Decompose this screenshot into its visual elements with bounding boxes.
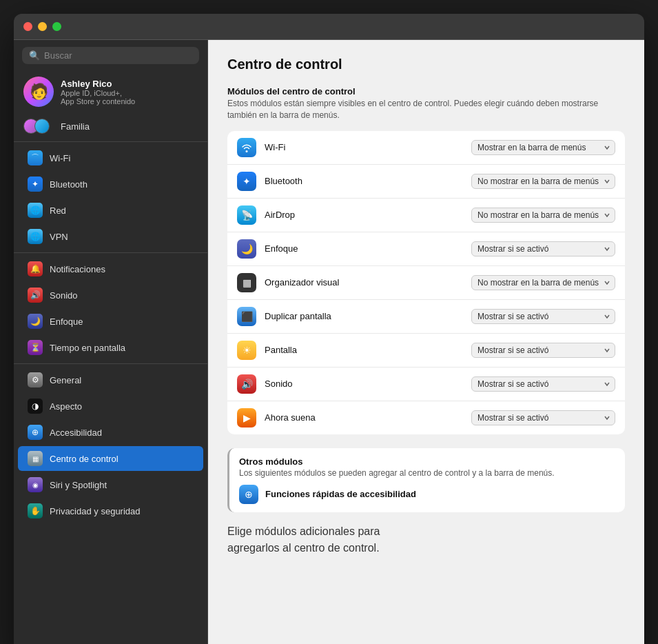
user-profile[interactable]: 🧑 Ashley Rico Apple ID, iCloud+,App Stor…	[14, 70, 207, 114]
divider-2	[14, 252, 207, 253]
search-input[interactable]	[44, 50, 192, 61]
sidebar-item-label-siri: Siri y Spotlight	[50, 480, 107, 490]
familia-label: Familia	[61, 121, 90, 132]
red-icon: 🌐	[28, 203, 43, 218]
sidebar-item-wifi[interactable]: ⌒ Wi-Fi	[18, 145, 203, 170]
module-select-playing[interactable]: Mostrar en la barra de menús No mostrar …	[471, 410, 615, 425]
sidebar-item-label-wifi: Wi-Fi	[50, 153, 70, 163]
sidebar-item-sonido[interactable]: 🔊 Sonido	[18, 283, 203, 308]
module-icon-enfoque: 🌙	[237, 239, 256, 259]
module-select-sonido[interactable]: Mostrar en la barra de menús No mostrar …	[471, 376, 615, 392]
module-select-pantalla[interactable]: Mostrar en la barra de menús No mostrar …	[471, 343, 615, 358]
module-icon-wifi	[237, 138, 256, 157]
sonido-icon: 🔊	[28, 288, 43, 303]
bluetooth-icon: ✦	[28, 177, 43, 192]
sidebar-item-vpn[interactable]: 🌐 VPN	[18, 224, 203, 249]
module-select-airdrop[interactable]: Mostrar en la barra de menús No mostrar …	[471, 208, 615, 223]
sidebar-item-label-aspecto: Aspecto	[50, 401, 82, 412]
module-select-enfoque[interactable]: Mostrar en la barra de menús No mostrar …	[471, 241, 615, 256]
familia-avatars	[23, 119, 50, 134]
module-select-bluetooth[interactable]: Mostrar en la barra de menús No mostrar …	[471, 174, 615, 189]
vpn-icon: 🌐	[28, 229, 43, 244]
module-select-wifi[interactable]: Mostrar en la barra de menús No mostrar …	[471, 140, 615, 155]
accesibilidad-icon: ⊕	[28, 425, 43, 440]
modules-section-header: Módulos del centro de control Estos módu…	[227, 86, 625, 121]
module-name-airdrop: AirDrop	[265, 210, 463, 220]
content-area: 🔍 🧑 Ashley Rico Apple ID, iCloud+,App St…	[14, 40, 644, 644]
sidebar-item-label-tiempo: Tiempo en pantalla	[50, 343, 125, 353]
divider-3	[14, 363, 207, 364]
sidebar-item-label-accesibilidad: Accesibilidad	[50, 427, 102, 438]
module-select-duplicar[interactable]: Mostrar en la barra de menús No mostrar …	[471, 309, 615, 324]
sidebar-item-label-vpn: VPN	[50, 232, 68, 242]
module-icon-bluetooth: ✦	[237, 172, 256, 191]
others-section-title: Otros módulos	[239, 456, 615, 467]
sidebar-item-accesibilidad[interactable]: ⊕ Accesibilidad	[18, 420, 203, 445]
user-name: Ashley Rico	[61, 79, 135, 89]
modules-section-desc: Estos módulos están siempre visibles en …	[227, 98, 625, 121]
module-row-enfoque: 🌙 Enfoque Mostrar en la barra de menús N…	[227, 232, 625, 266]
avatar: 🧑	[23, 77, 54, 107]
module-icon-pantalla: ☀	[237, 341, 256, 360]
module-name-wifi: Wi-Fi	[265, 142, 463, 152]
sidebar-item-label-privacidad: Privacidad y seguridad	[50, 506, 141, 516]
module-icon-organizador: ▦	[237, 273, 256, 292]
search-bar[interactable]: 🔍	[22, 47, 199, 64]
modules-section-title: Módulos del centro de control	[227, 86, 625, 97]
module-row-duplicar: ⬛ Duplicar pantalla Mostrar en la barra …	[227, 300, 625, 334]
module-name-pantalla: Pantalla	[265, 345, 463, 355]
privacidad-icon: ✋	[28, 503, 43, 519]
sidebar-item-siri[interactable]: ◉ Siri y Spotlight	[18, 472, 203, 497]
general-icon: ⚙	[28, 372, 43, 388]
sidebar-item-aspecto[interactable]: ◑ Aspecto	[18, 394, 203, 419]
user-info: Ashley Rico Apple ID, iCloud+,App Store …	[61, 79, 135, 105]
sidebar-item-bluetooth[interactable]: ✦ Bluetooth	[18, 172, 203, 197]
module-row-wifi: Wi-Fi Mostrar en la barra de menús No mo…	[227, 131, 625, 165]
notificaciones-icon: 🔔	[28, 261, 43, 276]
page-title: Centro de control	[227, 57, 625, 72]
others-section: Otros módulos Los siguientes módulos se …	[227, 448, 625, 512]
module-icon-sonido: 🔊	[237, 374, 256, 394]
minimize-button[interactable]	[38, 22, 47, 31]
module-row-airdrop: 📡 AirDrop Mostrar en la barra de menús N…	[227, 199, 625, 232]
module-row-pantalla: ☀ Pantalla Mostrar en la barra de menús …	[227, 334, 625, 368]
traffic-lights	[23, 22, 61, 31]
close-button[interactable]	[23, 22, 32, 31]
sidebar-item-tiempo[interactable]: ⏳ Tiempo en pantalla	[18, 335, 203, 360]
sidebar-item-red[interactable]: 🌐 Red	[18, 198, 203, 223]
module-row-playing: ▶ Ahora suena Mostrar en la barra de men…	[227, 401, 625, 434]
search-icon: 🔍	[29, 50, 40, 61]
sidebar-item-general[interactable]: ⚙ General	[18, 368, 203, 392]
sidebar-item-label-notificaciones: Notificaciones	[50, 264, 105, 274]
callout-text: Elige módulos adicionales paraagregarlos…	[227, 523, 625, 556]
sidebar-item-label-centro: Centro de control	[50, 454, 119, 464]
sidebar-item-label-bluetooth: Bluetooth	[50, 179, 88, 190]
familia-avatar-2	[34, 119, 50, 134]
main-content: Centro de control Módulos del centro de …	[208, 40, 644, 644]
enfoque-icon: 🌙	[28, 314, 43, 329]
module-name-sonido: Sonido	[265, 379, 463, 389]
module-select-organizador[interactable]: Mostrar en la barra de menús No mostrar …	[471, 275, 615, 290]
module-icon-duplicar: ⬛	[237, 307, 256, 326]
module-icon-playing: ▶	[237, 408, 256, 427]
module-row-organizador: ▦ Organizador visual Mostrar en la barra…	[227, 266, 625, 300]
titlebar	[14, 14, 644, 40]
other-module-row-accesibilidad: ⊕ Funciones rápidas de accesibilidad	[239, 485, 615, 504]
maximize-button[interactable]	[52, 22, 61, 31]
sidebar-item-privacidad[interactable]: ✋ Privacidad y seguridad	[18, 499, 203, 523]
centro-icon: ▦	[28, 451, 43, 466]
tiempo-icon: ⏳	[28, 340, 43, 355]
sidebar-item-centro[interactable]: ▦ Centro de control	[18, 446, 203, 471]
sidebar-item-label-red: Red	[50, 205, 66, 216]
module-name-bluetooth: Bluetooth	[265, 176, 463, 186]
sidebar-item-notificaciones[interactable]: 🔔 Notificaciones	[18, 256, 203, 281]
module-name-duplicar: Duplicar pantalla	[265, 311, 463, 321]
user-sub: Apple ID, iCloud+,App Store y contenido	[61, 89, 135, 105]
wifi-icon: ⌒	[28, 150, 43, 165]
divider-1	[14, 141, 207, 142]
sidebar-item-enfoque[interactable]: 🌙 Enfoque	[18, 309, 203, 334]
module-row-sonido: 🔊 Sonido Mostrar en la barra de menús No…	[227, 368, 625, 401]
other-icon-accesibilidad: ⊕	[239, 485, 258, 504]
sidebar-item-familia[interactable]: Familia	[14, 114, 207, 139]
sidebar-item-label-enfoque: Enfoque	[50, 316, 83, 327]
